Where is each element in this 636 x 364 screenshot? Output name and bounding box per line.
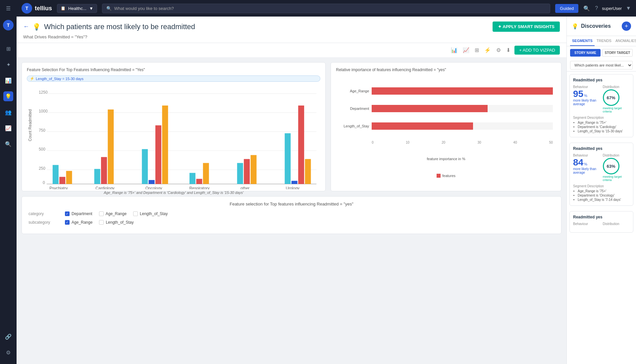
metric-behaviour-3: Behaviour [573,222,600,226]
svg-rect-17 [101,157,107,184]
filter-icon[interactable]: ⚡ [483,46,492,55]
circle-pct-2: 63% [607,164,615,169]
svg-rect-16 [94,169,100,184]
sidebar-trend-icon[interactable]: 📈 [3,123,13,133]
bar-chart-card: Feature Selection For Top Features Influ… [22,62,326,191]
sidebar-active-icon[interactable]: 💡 [3,91,13,101]
main-container: T tellius 📋 Healthc... ▼ 🔍 What would yo… [17,0,636,364]
dataset-chevron: ▼ [89,6,93,11]
svg-text:Cardiology: Cardiology [95,186,114,190]
search-bar[interactable]: 🔍 What would you like to search? [102,4,551,13]
search-icon: 🔍 [106,6,112,11]
hbar-legend-color [437,174,441,178]
discoveries-header: 💡 Discoveries + [567,17,636,36]
dept-checkbox[interactable]: ✓ [65,211,70,216]
sidebar-connect-icon[interactable]: 🔗 [3,332,13,341]
sidebar-chart-icon[interactable]: 📊 [3,75,13,85]
distribution-label-1: Distribution [603,85,630,89]
behaviour-unit-2: % [584,162,587,166]
subcategory-row: subcategory ✓ Age_Range Length_of_Stay [28,220,555,225]
circle-metric-2: 63% [603,158,619,174]
sidebar-insights-icon[interactable]: ✦ [3,60,13,69]
page-title-row: ← 💡 Which patients are most likely to be… [23,22,560,32]
dept-label: Department [72,211,92,216]
filter-tag[interactable]: ⚡ Length_of_Stay = 15-30 days [27,75,320,82]
settings-icon[interactable]: ⚙ [495,46,502,55]
agerange-checkbox[interactable] [99,211,104,216]
svg-rect-25 [203,163,209,184]
sub-length-label: Length_of_Stay [106,220,133,225]
behaviour-sub-1: more likely than average [573,99,600,106]
hbar-legend: features [339,171,553,178]
story-select[interactable]: Which patients are most likel... [570,61,633,69]
user-chevron-icon[interactable]: ▼ [626,5,631,11]
lengthstay-checkbox[interactable] [133,211,138,216]
behaviour-label-3: Behaviour [573,222,600,226]
svg-rect-21 [155,125,161,184]
hbar-label-2: Department [339,107,369,111]
seg-desc-title-1: Segment Description [573,116,630,119]
segment-title-1: Readmitted yes [573,78,630,82]
tab-anomalies[interactable]: ANOMALIES [613,36,636,46]
hbar-fill-3 [372,122,473,130]
segment-metrics-1: Behaviour 95 % more likely than average … [573,85,630,113]
story-target-button[interactable]: STORY TARGET [602,49,633,57]
lengthstay-checkbox-item[interactable]: Length_of_Stay [133,211,168,216]
sidebar-search-icon[interactable]: 🔍 [3,139,13,149]
svg-text:Count Readmitted: Count Readmitted [28,109,32,141]
tab-segments[interactable]: SEGMENTS [570,36,595,46]
svg-text:750: 750 [39,128,45,133]
bar-chart-icon[interactable]: 📊 [450,46,459,55]
add-discovery-button[interactable]: + [622,22,631,31]
discoveries-icon: 💡 [572,23,578,29]
tab-trends[interactable]: TRENDS [595,36,613,46]
segment-desc-2: Segment Description Age_Range is '75+' D… [573,184,630,202]
dept-checkbox-item[interactable]: ✓ Department [65,211,92,216]
download-icon[interactable]: ⬇ [505,46,512,55]
sidebar-home-icon[interactable]: ⊞ [3,44,13,54]
sidebar-people-icon[interactable]: 👥 [3,107,13,117]
seg-desc-item-2-2: Length_of_Stay is '7-14 days' [578,198,630,202]
charts-row: Feature Selection For Top Features Influ… [22,62,561,191]
segment-metrics-3: Behaviour Distribution [573,222,630,226]
story-header-row: STORY NAME STORY TARGET [567,46,636,59]
sub-agerange-label: Age_Range [72,220,92,225]
circle-pct-1: 67% [607,95,615,100]
guided-button[interactable]: Guided [555,4,578,13]
user-name: superUser [602,6,622,11]
header-search-icon[interactable]: 🔍 [583,5,590,12]
page-title-left: ← 💡 Which patients are most likely to be… [23,23,195,31]
sub-length-item[interactable]: Length_of_Stay [99,220,133,225]
feature-selection-title: Feature selection for Top features influ… [28,202,555,206]
behaviour-sub-2: more likely than average [573,167,600,174]
metric-behaviour-2: Behaviour 84 % more likely than average [573,154,600,182]
hbar-axis-30: 30 [477,141,481,144]
table-icon[interactable]: ⊞ [473,46,480,55]
page-title: Which patients are most likely to be rea… [44,23,195,31]
apply-insights-button[interactable]: ✦ APPLY SMART INSIGHTS [493,22,560,32]
story-dropdown: Which patients are most likel... [567,59,636,71]
sub-agerange-checkbox[interactable]: ✓ [65,220,70,225]
sidebar-settings-icon[interactable]: ⚙ [3,347,13,357]
svg-rect-29 [285,133,291,184]
add-vizpad-button[interactable]: + ADD TO VIZPAD [514,46,560,55]
right-panel: 💡 Discoveries + SEGMENTS TRENDS ANOMALIE… [566,17,636,364]
dataset-selector[interactable]: 📋 Healthc... ▼ [57,4,97,13]
story-name-button[interactable]: STORY NAME [570,49,601,57]
segment-metrics-2: Behaviour 84 % more likely than average … [573,154,630,182]
sidebar-menu-icon[interactable]: ☰ [3,3,13,13]
back-button[interactable]: ← [23,23,29,30]
line-chart-icon[interactable]: 📈 [461,46,471,55]
help-icon[interactable]: ? [595,5,598,11]
hbar-label-3: Length_of_Stay [339,124,369,128]
category-label: category [28,211,58,216]
svg-rect-20 [149,180,155,184]
sub-length-checkbox[interactable] [99,220,104,225]
sub-agerange-item[interactable]: ✓ Age_Range [65,220,92,225]
hbar-row-3: Length_of_Stay [339,122,553,130]
app-logo: T [3,20,14,30]
segment-title-2: Readmitted yes [573,146,630,151]
hbar-fill-1 [372,87,553,95]
agerange-checkbox-item[interactable]: Age_Range [99,211,127,216]
hbar-row-2: Department [339,105,553,112]
